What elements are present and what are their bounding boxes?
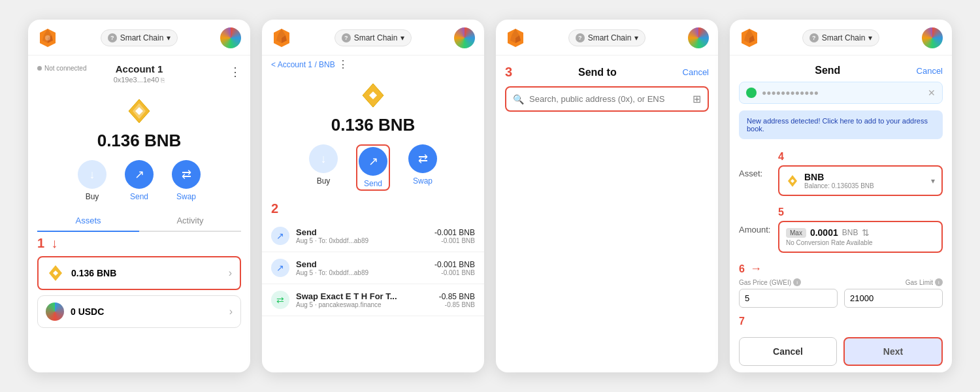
amount-label: Amount: [739, 225, 772, 235]
account-avatar [220, 27, 241, 48]
send-label: Send [130, 192, 148, 201]
tx-icon-1: ↗ [271, 227, 289, 245]
tab-activity[interactable]: Activity [139, 210, 241, 231]
step-2-row: 2 [262, 200, 484, 218]
asset-list: 0.136 BNB › 0 USDC › [28, 251, 250, 338]
info-box[interactable]: New address detected! Click here to add … [739, 110, 943, 139]
bnb-asset-icon [46, 264, 65, 282]
gas-price-info-icon: i [793, 278, 801, 286]
panel-2-header: ? Smart Chain ▾ [262, 20, 484, 56]
cancel-button[interactable]: Cancel [739, 337, 837, 366]
tx-amt-sub-1: -0.001 BNB [434, 237, 475, 244]
swap-icon: ⇄ [182, 167, 191, 182]
next-button[interactable]: Next [843, 337, 943, 366]
tx-item-2[interactable]: ↗ Send Aug 5 · To: 0xbddf...ab89 -0.001 … [262, 252, 484, 284]
gas-inputs: ▲ ▼ ▲ ▼ [739, 289, 943, 308]
step-6-arrow: → [750, 262, 762, 276]
tab-assets[interactable]: Assets [37, 210, 139, 231]
status-dot [37, 66, 42, 71]
panel-1: ? Smart Chain ▾ Not connected Account 1 … [28, 20, 250, 372]
tx-amt-sub-2: -0.001 BNB [434, 269, 475, 276]
panel-3-header: ? Smart Chain ▾ [496, 20, 718, 56]
address-pill: ●●●●●●●●●●●● ✕ [739, 82, 943, 104]
asset-chevron-down-icon: ▾ [931, 176, 935, 186]
bnb-chevron-icon: › [229, 267, 232, 279]
tx-amt-main-2: -0.001 BNB [434, 260, 475, 269]
cancel-link-3[interactable]: Cancel [683, 67, 709, 77]
green-dot [746, 88, 757, 98]
step-3-num: 3 [505, 65, 512, 80]
network-name-3: Smart Chain [588, 33, 632, 42]
sort-icon: ⇅ [862, 227, 870, 238]
account-avatar-2 [454, 27, 475, 48]
tx-amt-main-3: -0.85 BNB [439, 292, 475, 301]
send-header: Send Cancel [730, 56, 952, 82]
address-display: ●●●●●●●●●●●● [762, 88, 923, 97]
send-to-title: Send to [512, 67, 682, 78]
gas-limit-info-icon: i [935, 278, 943, 286]
swap-button[interactable]: ⇄ [172, 160, 201, 189]
buy-button-2[interactable]: ↓ [309, 144, 338, 173]
tx-name-1: Send [296, 227, 434, 237]
amount-box: Max 0.0001 BNB ⇅ No Conversion Rate Avai… [778, 221, 943, 253]
panel-4-header: ? Smart Chain ▾ [730, 20, 952, 56]
tx-item-3[interactable]: ⇄ Swap Exact E T H For T... Aug 5 · panc… [262, 284, 484, 316]
gas-limit-input[interactable] [845, 289, 943, 307]
close-icon[interactable]: ✕ [928, 88, 936, 98]
search-bar: 🔍 ⊞ [505, 86, 709, 112]
asset-select[interactable]: BNB Balance: 0.136035 BNB ▾ [778, 165, 943, 196]
action-buttons-2: ↓ Buy ↗ Send ⇄ Swap [262, 144, 484, 200]
metamask-logo-2 [271, 27, 292, 48]
send-to-header: 3 Send to Cancel [496, 56, 718, 86]
bnb-logo-wrap [28, 89, 250, 128]
send-action: ↗ Send [125, 160, 154, 201]
chevron-down-icon-4: ▾ [868, 33, 872, 42]
tx-info-2: Send Aug 5 · To: 0xbddf...ab89 [296, 259, 434, 276]
search-input[interactable] [529, 94, 687, 104]
tx-sub-1: Aug 5 · To: 0xbddf...ab89 [296, 237, 434, 244]
usdc-icon [46, 302, 64, 321]
three-dots-menu[interactable]: ⋮ [229, 65, 241, 79]
send-button[interactable]: ↗ [125, 160, 154, 189]
step-1-row: 1 ↓ [28, 232, 250, 251]
buy-button[interactable]: ↓ [78, 160, 106, 189]
gas-price-input[interactable] [740, 289, 838, 307]
tx-amt-sub-3: -0.85 BNB [439, 301, 475, 308]
tx-item-1[interactable]: ↗ Send Aug 5 · To: 0xbddf...ab89 -0.001 … [262, 220, 484, 252]
network-badge[interactable]: ? Smart Chain ▾ [101, 29, 178, 46]
step-2-num: 2 [271, 201, 278, 216]
amount-form-row: Amount: 5 Max 0.0001 BNB ⇅ No Conversion… [730, 203, 952, 257]
tx-sub-2: Aug 5 · To: 0xbddf...ab89 [296, 269, 434, 276]
swap-icon-2: ⇄ [418, 152, 428, 166]
buy-icon: ↓ [90, 168, 95, 182]
tx-name-2: Send [296, 259, 434, 269]
breadcrumb-link[interactable]: < Account 1 / BNB [271, 60, 335, 69]
bnb-logo-wrap-2 [262, 73, 484, 112]
tx-amt-main-1: -0.001 BNB [434, 228, 475, 237]
swap-button-2[interactable]: ⇄ [408, 144, 437, 173]
chevron-down-icon-2: ▾ [400, 33, 404, 42]
network-badge-3[interactable]: ? Smart Chain ▾ [568, 29, 646, 46]
usdc-asset-item[interactable]: 0 USDC › [37, 295, 241, 328]
tx-amount-1: -0.001 BNB -0.001 BNB [434, 228, 475, 244]
network-badge-4[interactable]: ? Smart Chain ▾ [802, 29, 880, 46]
asset-label: Asset: [739, 169, 772, 178]
tx-list: ↗ Send Aug 5 · To: 0xbddf...ab89 -0.001 … [262, 218, 484, 319]
three-dots-2[interactable]: ⋮ [338, 58, 348, 71]
bnb-asset-item[interactable]: 0.136 BNB › [37, 256, 241, 290]
copy-icon[interactable]: ⎘ [161, 76, 165, 84]
send-button-2[interactable]: ↗ [359, 147, 387, 176]
network-name: Smart Chain [120, 33, 164, 42]
account-avatar-3 [688, 27, 709, 48]
cancel-link-4[interactable]: Cancel [917, 66, 943, 76]
panel-4: ? Smart Chain ▾ Send Cancel ●●●●●●●●●●●●… [730, 20, 952, 372]
max-button[interactable]: Max [786, 228, 806, 238]
qr-icon[interactable]: ⊞ [693, 93, 701, 105]
step-1-num: 1 [37, 236, 44, 251]
network-badge-2[interactable]: ? Smart Chain ▾ [335, 29, 412, 46]
buy-label: Buy [86, 192, 99, 201]
step-1-arrow: ↓ [51, 236, 57, 251]
tx-icon-2: ↗ [271, 259, 289, 277]
gas-limit-input-wrap: ▲ ▼ [844, 289, 943, 308]
breadcrumb: < Account 1 / BNB ⋮ [262, 56, 484, 73]
